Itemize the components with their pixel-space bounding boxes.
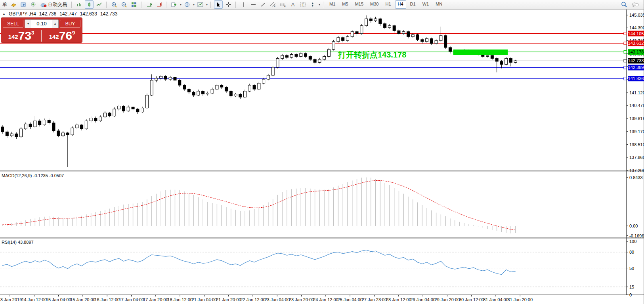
zoom-out-icon[interactable] bbox=[120, 0, 128, 9]
price-level-label: 141.836 bbox=[628, 76, 644, 81]
candle bbox=[197, 91, 200, 95]
volume-increase-button[interactable]: ▲ bbox=[52, 20, 58, 28]
mt4-window: { "toolbar": { "partial_label": "单", "au… bbox=[0, 0, 644, 304]
timeframe-h1[interactable]: H1 bbox=[382, 0, 394, 9]
candle bbox=[426, 38, 428, 42]
chart-area[interactable]: 145.035144.390143.745143.085142.440141.7… bbox=[0, 0, 644, 304]
level-end-marker[interactable] bbox=[624, 32, 627, 35]
sell-price[interactable]: 142733 bbox=[1, 29, 41, 42]
line-chart-icon[interactable] bbox=[95, 0, 103, 9]
arrows-tool-icon[interactable] bbox=[308, 0, 317, 9]
pivot-zone-rect[interactable] bbox=[453, 50, 508, 55]
candle bbox=[141, 108, 144, 112]
fibonacci-tool-icon[interactable]: F bbox=[279, 0, 287, 9]
candle bbox=[234, 94, 237, 96]
arrows-dropdown-arrow[interactable]: ▾ bbox=[319, 3, 320, 6]
candle bbox=[225, 87, 227, 91]
chart-shift-icon[interactable] bbox=[155, 0, 163, 9]
candle bbox=[271, 67, 274, 75]
templates-dropdown-arrow[interactable]: ▾ bbox=[206, 3, 208, 6]
text-tool-icon[interactable]: A bbox=[289, 0, 297, 9]
volume-decrease-button[interactable]: ▼ bbox=[25, 20, 31, 28]
candle bbox=[122, 106, 125, 111]
candlestick-chart-icon[interactable] bbox=[85, 0, 94, 9]
candle bbox=[435, 40, 438, 44]
pivot-annotation-text[interactable]: 打开转折点143.178 bbox=[338, 50, 406, 60]
zoom-in-icon[interactable] bbox=[110, 0, 118, 9]
level-end-marker[interactable] bbox=[624, 66, 627, 69]
time-axis-label: 21 Jan 20:00 bbox=[216, 297, 241, 302]
candle bbox=[99, 117, 102, 121]
autotrading-button[interactable]: 自动交易 bbox=[39, 1, 69, 8]
time-axis-label: 24 Jan 12:00 bbox=[313, 297, 338, 302]
search-icon[interactable] bbox=[620, 0, 629, 9]
profiles-icon[interactable] bbox=[19, 0, 28, 9]
time-axis-label: 18 Jan 12:00 bbox=[167, 297, 193, 302]
candle bbox=[57, 131, 60, 136]
bar-chart-icon[interactable] bbox=[75, 0, 84, 9]
indicators-icon[interactable] bbox=[170, 0, 178, 9]
toolbar-separator bbox=[235, 2, 236, 8]
candle bbox=[402, 32, 405, 34]
timeframe-m5[interactable]: M5 bbox=[339, 0, 351, 9]
signals-icon[interactable] bbox=[29, 0, 38, 9]
periods-icon[interactable] bbox=[183, 0, 191, 9]
time-axis-label: 17 Jan 04:00 bbox=[119, 297, 144, 302]
candle bbox=[145, 95, 148, 108]
buy-button[interactable]: BUY bbox=[60, 20, 80, 28]
toolbar-separator bbox=[166, 2, 167, 8]
candle bbox=[300, 54, 302, 57]
candle bbox=[38, 121, 41, 125]
cursor-icon[interactable] bbox=[214, 0, 223, 9]
candle bbox=[337, 38, 340, 42]
candle bbox=[500, 61, 503, 65]
vertical-line-tool-icon[interactable] bbox=[239, 0, 248, 9]
autoscroll-icon[interactable] bbox=[145, 0, 153, 9]
timeframe-m30[interactable]: M30 bbox=[367, 0, 381, 9]
candle bbox=[365, 19, 368, 26]
timeframe-m15[interactable]: M15 bbox=[352, 0, 366, 9]
templates-icon[interactable] bbox=[196, 0, 204, 9]
chat-icon[interactable] bbox=[631, 0, 640, 9]
level-end-marker[interactable] bbox=[624, 77, 627, 80]
volume-input[interactable] bbox=[31, 21, 52, 27]
new-order-icon[interactable] bbox=[9, 0, 18, 9]
candle bbox=[220, 85, 223, 87]
new-order-partial-label[interactable]: 单 bbox=[2, 1, 8, 8]
tile-windows-icon[interactable] bbox=[130, 0, 138, 9]
timeframe-mn[interactable]: MN bbox=[433, 0, 445, 9]
price-axis-tick: 145.035 bbox=[629, 13, 644, 17]
collapse-panel-arrow[interactable]: ▲ bbox=[2, 12, 6, 16]
macd-indicator-label: MACD(12,26,9) -0.1235 -0.0507 bbox=[2, 173, 64, 178]
timeframe-d1[interactable]: D1 bbox=[407, 0, 419, 9]
equidistant-channel-tool-icon[interactable]: E bbox=[269, 0, 277, 9]
indicators-dropdown-arrow[interactable]: ▾ bbox=[180, 3, 182, 6]
candle bbox=[374, 19, 377, 21]
level-end-marker[interactable] bbox=[624, 59, 627, 62]
buy-price[interactable]: 142769 bbox=[42, 29, 82, 42]
horizontal-line-tool-icon[interactable] bbox=[249, 0, 258, 9]
rsi-axis-tick: 100 bbox=[629, 239, 636, 244]
symbol-timeframe-label: GBPJPY-,H4 bbox=[9, 11, 36, 17]
periods-dropdown-arrow[interactable]: ▾ bbox=[193, 3, 195, 6]
candle bbox=[113, 109, 116, 116]
sell-button[interactable]: SELL bbox=[3, 20, 23, 28]
level-end-marker[interactable] bbox=[624, 42, 627, 45]
price-level-label: 142.733 bbox=[628, 58, 644, 63]
timeframe-m1[interactable]: M1 bbox=[327, 0, 338, 9]
level-end-marker[interactable] bbox=[624, 50, 627, 53]
candle bbox=[1, 127, 4, 132]
candle bbox=[103, 113, 106, 117]
timeframe-h4[interactable]: H4 bbox=[395, 0, 406, 9]
ohlc-high: 142.747 bbox=[59, 11, 76, 17]
crosshair-icon[interactable] bbox=[224, 0, 233, 9]
candle bbox=[187, 89, 190, 92]
text-label-tool-icon[interactable]: T bbox=[298, 0, 307, 9]
candle bbox=[509, 58, 512, 62]
timeframe-w1[interactable]: W1 bbox=[420, 0, 432, 9]
toolbar: 单 自动交易 ▾ ▾ ▾ bbox=[0, 0, 644, 10]
rsi-axis-tick: 15 bbox=[629, 285, 634, 289]
candle bbox=[169, 77, 172, 79]
price-axis-tick: 139.170 bbox=[629, 129, 644, 134]
trendline-tool-icon[interactable] bbox=[259, 0, 268, 9]
